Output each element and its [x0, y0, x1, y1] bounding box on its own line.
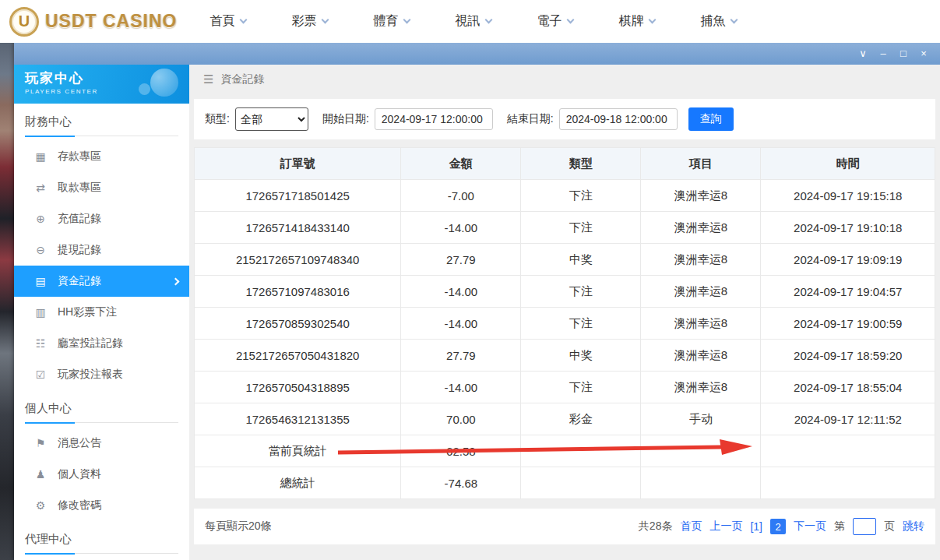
sidebar-item-label: 修改密碼: [58, 498, 101, 512]
first-page-link[interactable]: 首页: [680, 519, 702, 534]
chevron-down-icon: [321, 16, 329, 24]
cell-amount: -14.00: [401, 372, 521, 403]
table-body: 1726571718501425 -7.00 下注 澳洲幸运8 2024-09-…: [195, 180, 935, 499]
table-row: 1726571718501425 -7.00 下注 澳洲幸运8 2024-09-…: [195, 180, 935, 212]
chevron-down-icon: [239, 16, 247, 24]
next-page-link[interactable]: 下一页: [794, 519, 826, 534]
cell-time: 2024-09-17 19:10:18: [761, 212, 935, 244]
funds-record-table-panel: 訂單號 金額 類型 項目 時間: [194, 147, 935, 499]
column-header: 類型: [521, 148, 641, 180]
top-nav-item[interactable]: 體育: [350, 13, 432, 30]
jump-button[interactable]: 跳转: [903, 519, 924, 534]
hamburger-icon[interactable]: ☰: [203, 72, 213, 86]
cell-order-id: 當前頁統計: [195, 435, 401, 467]
sidebar-item-label: HH彩票下注: [58, 305, 117, 319]
section-title-agent: 代理中心: [25, 532, 189, 554]
top-nav-item-label: 首頁: [210, 13, 235, 30]
cell-type: 下注: [521, 212, 641, 244]
sidebar-menu-item[interactable]: ☷ 廳室投註記錄: [14, 328, 189, 359]
cell-time: 2024-09-17 18:55:04: [761, 372, 935, 403]
top-nav-item[interactable]: 電子: [514, 13, 596, 30]
start-date-label: 開始日期:: [322, 112, 369, 126]
table-row: 1726570859302540 -14.00 下注 澳洲幸运8 2024-09…: [195, 308, 935, 340]
sidebar-menu-item[interactable]: ☑ 玩家投注報表: [14, 359, 189, 390]
cell-item: 澳洲幸运8: [641, 276, 761, 308]
sidebar-menu-item[interactable]: ⚙ 修改密碼: [14, 490, 189, 521]
sidebar-item-label: 玩家投注報表: [58, 368, 123, 382]
top-nav-item-label: 體育: [374, 13, 399, 30]
table-row: 1726546312131355 70.00 彩金 手动 2024-09-17 …: [195, 403, 935, 435]
cell-order-id: 1726570504318895: [195, 372, 401, 403]
cell-time: [761, 467, 935, 499]
page-jump-input[interactable]: [853, 518, 876, 535]
logo-emblem-icon: U: [9, 7, 39, 37]
cell-type: 中奖: [521, 340, 641, 372]
start-date-input[interactable]: [375, 108, 493, 130]
cell-amount: 70.00: [401, 403, 521, 435]
top-nav-item[interactable]: 彩票: [269, 13, 350, 30]
cell-amount: -14.00: [401, 308, 521, 340]
window-body: 玩家中心 PLAYERS CENTER 財務中心 ▦ 存款專區: [14, 65, 940, 560]
end-date-input[interactable]: [559, 108, 678, 130]
top-nav-item[interactable]: 棋牌: [596, 13, 678, 30]
sidebar-menu-item[interactable]: ♟ 個人資料: [14, 459, 189, 490]
table-row: 2152172657050431820 27.79 中奖 澳洲幸运8 2024-…: [195, 340, 935, 372]
sidebar-menu-item[interactable]: ▥ HH彩票下注: [14, 297, 189, 328]
total-count-text: 共28条: [639, 519, 673, 534]
chevron-down-icon: [403, 16, 410, 24]
cell-time: [761, 435, 935, 467]
cell-order-id: 1726571418433140: [195, 212, 401, 244]
sidebar-menu-item[interactable]: ⇄ 取款專區: [14, 172, 189, 203]
type-select[interactable]: 全部: [235, 107, 308, 131]
prev-page-link[interactable]: 上一页: [709, 519, 742, 534]
window-titlebar: ∨ – □ ×: [14, 43, 940, 65]
cell-amount: -74.68: [401, 467, 521, 499]
cell-order-id: 總統計: [195, 467, 401, 499]
cell-item: 澳洲幸运8: [641, 212, 761, 244]
window-collapse-icon[interactable]: ∨: [853, 43, 873, 65]
sidebar-item-label: 資金記錄: [58, 274, 101, 288]
lottery-bet-icon: ▥: [34, 306, 47, 319]
cell-order-id: 2152172657109748340: [195, 244, 401, 276]
pagination: 共28条 首页 上一页 [1] 2 下一页 第 页 跳转: [639, 518, 924, 535]
cell-amount: 27.79: [401, 340, 521, 372]
cell-type: 下注: [521, 308, 641, 340]
window-maximize-icon[interactable]: □: [893, 43, 914, 65]
table-row: 總統計 -74.68: [195, 467, 935, 499]
window-minimize-icon[interactable]: –: [873, 43, 893, 65]
background-photo: [0, 43, 14, 560]
top-nav-item[interactable]: 捕魚: [678, 13, 759, 30]
sidebar-item-label: 充值記錄: [58, 212, 101, 226]
sidebar-menu-item[interactable]: ▤ 資金記錄: [14, 266, 189, 297]
section-title-finance: 財務中心: [25, 114, 189, 136]
sidebar-menu-item[interactable]: ▦ 存款專區: [14, 141, 189, 172]
section-title-personal: 個人中心: [25, 401, 189, 423]
top-nav-item-label: 彩票: [292, 13, 317, 30]
top-nav-item[interactable]: 首頁: [187, 13, 269, 30]
cell-amount: 62.58: [401, 435, 521, 467]
table-row: 1726571097483016 -14.00 下注 澳洲幸运8 2024-09…: [195, 276, 935, 308]
sidebar-menu-item[interactable]: ⊕ 充值記錄: [14, 203, 189, 234]
search-button[interactable]: 查詢: [688, 107, 734, 131]
page-1-link[interactable]: [1]: [750, 520, 762, 533]
top-nav-item[interactable]: 視訊: [432, 13, 514, 30]
sidebar-subtitle: PLAYERS CENTER: [25, 88, 189, 95]
end-date-label: 結束日期:: [507, 112, 554, 126]
cell-amount: -7.00: [401, 180, 521, 212]
casino-logo[interactable]: U USDT CASINO: [9, 7, 187, 37]
column-header: 訂單號: [195, 148, 401, 180]
cell-order-id: 1726571718501425: [195, 180, 401, 212]
cell-order-id: 1726570859302540: [195, 308, 401, 340]
cell-time: 2024-09-17 12:11:52: [761, 403, 935, 435]
top-bar: U USDT CASINO 首頁 彩票 體育: [0, 0, 940, 43]
sidebar-menu-item[interactable]: ⊖ 提現記錄: [14, 234, 189, 266]
sidebar-section-finance: 財務中心 ▦ 存款專區 ⇄ 取款專區: [14, 114, 189, 390]
sidebar-menu-item[interactable]: ⚑ 消息公告: [14, 428, 189, 459]
table-row: 1726570504318895 -14.00 下注 澳洲幸运8 2024-09…: [195, 372, 935, 403]
top-nav-item-label: 捕魚: [701, 13, 726, 30]
window-close-icon[interactable]: ×: [914, 43, 934, 65]
cell-amount: -14.00: [401, 212, 521, 244]
deposit-icon: ▦: [34, 150, 47, 163]
column-header: 項目: [641, 148, 761, 180]
cell-type: 下注: [521, 372, 641, 403]
